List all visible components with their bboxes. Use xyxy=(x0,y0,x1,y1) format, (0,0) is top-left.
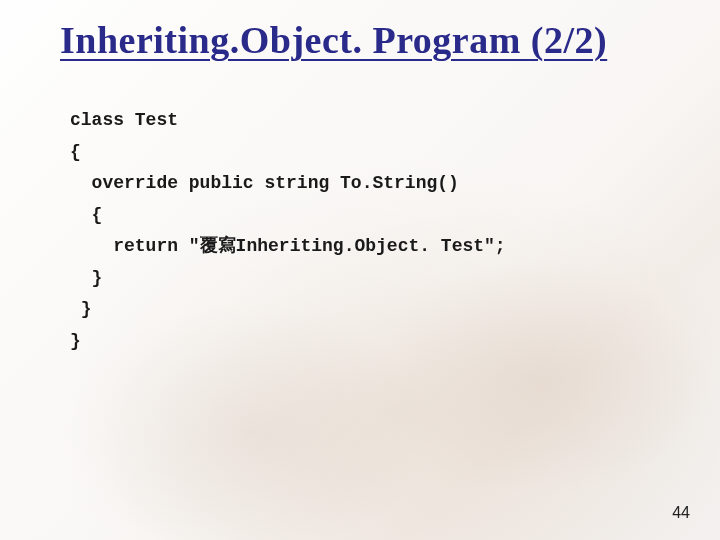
code-line: { xyxy=(70,205,102,225)
code-block: class Test { override public string To.S… xyxy=(70,105,660,357)
code-line: } xyxy=(70,268,102,288)
code-line: class Test xyxy=(70,110,178,130)
page-number: 44 xyxy=(672,504,690,522)
code-line: } xyxy=(70,331,81,351)
code-line: } xyxy=(70,299,92,319)
code-line: { xyxy=(70,142,81,162)
code-line: return "覆寫Inheriting.Object. Test"; xyxy=(70,236,506,256)
slide: Inheriting.Object. Program (2/2) class T… xyxy=(0,0,720,540)
slide-title: Inheriting.Object. Program (2/2) xyxy=(60,18,680,62)
code-line: override public string To.String() xyxy=(70,173,459,193)
